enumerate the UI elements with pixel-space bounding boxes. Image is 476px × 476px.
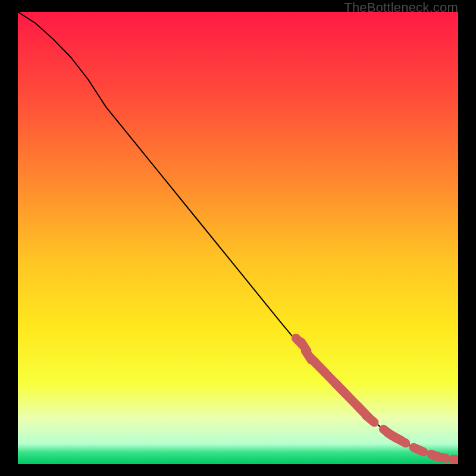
data-marker [453,459,458,461]
data-marker [414,447,424,452]
gradient-curve-chart [18,12,458,464]
data-marker [396,438,406,443]
chart-frame: TheBottleneck.com [0,0,476,476]
plot-area [18,12,458,464]
data-marker [366,415,374,422]
data-marker [436,456,446,458]
gradient-background [18,12,458,464]
